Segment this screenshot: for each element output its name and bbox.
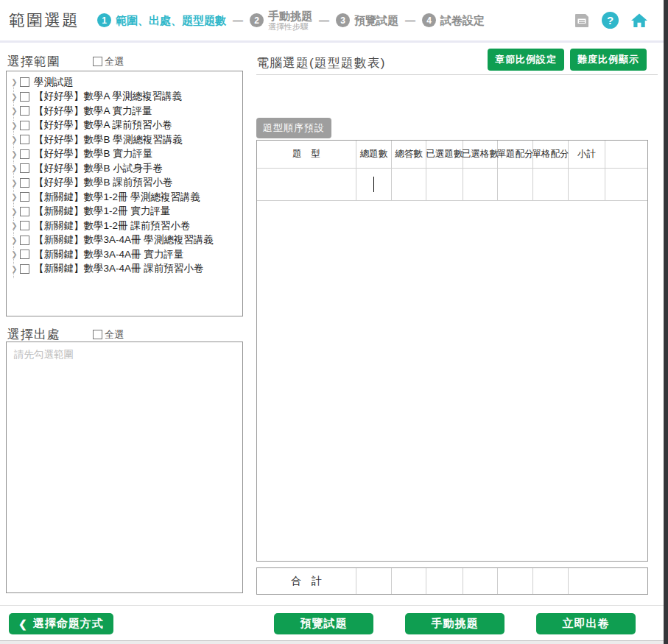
table-body-cell[interactable]	[498, 169, 533, 200]
window-edge	[664, 0, 668, 644]
back-button[interactable]: ❮ 選擇命題方式	[9, 613, 113, 634]
table-body-cell[interactable]	[426, 169, 463, 200]
tree-item-checkbox[interactable]	[20, 264, 29, 274]
tree-item-label: 【好好學】數學A 實力評量	[34, 105, 152, 118]
tree-item[interactable]: ❯【新關鍵】數學1-2冊 課前預習小卷	[7, 219, 242, 233]
expand-chevron-icon[interactable]: ❯	[10, 250, 19, 258]
expand-chevron-icon[interactable]: ❯	[10, 208, 19, 216]
tree-item[interactable]: ❯【新關鍵】數學3A-4A冊 課前預習小卷	[7, 262, 242, 277]
tree-item-checkbox[interactable]	[20, 192, 29, 202]
table-body-cell[interactable]	[463, 169, 498, 200]
back-button-label: 選擇命題方式	[33, 617, 104, 631]
tree-item[interactable]: ❯【好好學】數學B 小試身手卷	[7, 161, 242, 176]
table-body-cell[interactable]	[257, 169, 356, 200]
tree-item[interactable]: ❯【好好學】數學B 實力評量	[7, 147, 242, 162]
tree-item-checkbox[interactable]	[20, 92, 29, 102]
expand-chevron-icon[interactable]: ❯	[10, 107, 19, 115]
table-body-row	[257, 169, 647, 201]
step-label: 預覽試題	[354, 14, 398, 26]
header-icons: ?	[573, 12, 649, 29]
tree-item[interactable]: ❯學測試題	[7, 75, 242, 90]
table-body-cell[interactable]	[392, 169, 426, 200]
save-icon[interactable]	[573, 12, 591, 29]
step-1[interactable]: 1範圍、出處、題型題數	[97, 13, 226, 27]
source-select-all[interactable]: 全選	[93, 328, 124, 342]
question-type-table: 題 型總題數總答數已選題數已選格數單題配分單格配分小計	[256, 140, 648, 562]
tree-item[interactable]: ❯【好好學】數學A 學測總複習講義	[7, 90, 242, 105]
table-header-row: 題 型總題數總答數已選題數已選格數單題配分單格配分小計	[257, 141, 647, 169]
tree-item-checkbox[interactable]	[20, 135, 29, 144]
tree-item-checkbox[interactable]	[20, 163, 29, 173]
total-value-cell	[392, 568, 426, 594]
expand-chevron-icon[interactable]: ❯	[10, 135, 19, 144]
tree-item-checkbox[interactable]	[20, 207, 29, 216]
chapter-ratio-button[interactable]: 章節比例設定	[488, 49, 564, 71]
tree-item-checkbox[interactable]	[20, 149, 29, 159]
tree-item-checkbox[interactable]	[20, 121, 29, 130]
expand-chevron-icon[interactable]: ❯	[10, 236, 19, 244]
step-number-badge: 3	[336, 13, 350, 27]
home-icon[interactable]	[630, 12, 649, 29]
total-value-cell	[498, 568, 533, 594]
tree-item-checkbox[interactable]	[20, 77, 29, 87]
step-3[interactable]: 3預覽試題	[336, 13, 398, 27]
range-select-all-label: 全選	[105, 55, 124, 68]
table-body-cell[interactable]	[533, 169, 569, 200]
range-select-all-checkbox[interactable]	[93, 57, 102, 66]
table-empty-area	[257, 201, 647, 561]
expand-chevron-icon[interactable]: ❯	[10, 179, 19, 187]
expand-chevron-icon[interactable]: ❯	[10, 121, 19, 130]
expand-chevron-icon[interactable]: ❯	[10, 150, 19, 158]
step-2[interactable]: 2手動挑題選擇性步驟	[250, 10, 312, 31]
expand-chevron-icon[interactable]: ❯	[10, 93, 19, 101]
expand-chevron-icon[interactable]: ❯	[10, 222, 19, 230]
tree-item-checkbox[interactable]	[20, 178, 29, 188]
step-indicator: 1範圍、出處、題型題數—2手動挑題選擇性步驟—3預覽試題—4試卷設定	[97, 10, 485, 31]
tree-item[interactable]: ❯【新關鍵】數學1-2冊 實力評量	[7, 205, 242, 219]
preview-questions-button[interactable]: 預覽試題	[274, 613, 373, 634]
tree-item[interactable]: ❯【好好學】數學B 課前預習小卷	[7, 176, 242, 191]
source-select-all-label: 全選	[105, 328, 124, 342]
expand-chevron-icon[interactable]: ❯	[10, 193, 19, 201]
range-section-header: 選擇範圍 全選	[7, 53, 124, 70]
tree-item-checkbox[interactable]	[20, 250, 29, 259]
tree-item[interactable]: ❯【新關鍵】數學1-2冊 學測總複習講義	[7, 190, 242, 205]
tree-item-checkbox[interactable]	[20, 106, 29, 116]
tree-item[interactable]: ❯【新關鍵】數學3A-4A冊 實力評量	[7, 247, 242, 262]
tree-item-label: 【好好學】數學B 課前預習小卷	[34, 176, 172, 189]
page-title: 範圍選題	[9, 10, 80, 32]
step-dash: —	[233, 15, 243, 26]
total-value-cell	[426, 568, 463, 594]
table-body-cell[interactable]	[569, 169, 605, 200]
total-value-cell	[356, 568, 392, 594]
back-chevron-icon: ❮	[18, 618, 28, 630]
type-order-default-button[interactable]: 題型順序預設	[256, 118, 331, 138]
tree-item[interactable]: ❯【新關鍵】數學3A-4A冊 學測總複習講義	[7, 233, 242, 248]
source-title: 選擇出處	[7, 326, 60, 343]
total-value-cell	[569, 568, 647, 594]
table-body-cell[interactable]	[356, 169, 392, 200]
tree-item-checkbox[interactable]	[20, 236, 29, 245]
range-title: 選擇範圍	[7, 53, 60, 70]
step-4[interactable]: 4試卷設定	[422, 13, 485, 27]
tree-item[interactable]: ❯【好好學】數學B 學測總複習講義	[7, 132, 242, 147]
expand-chevron-icon[interactable]: ❯	[10, 265, 19, 273]
expand-chevron-icon[interactable]: ❯	[10, 164, 19, 172]
source-section-header: 選擇出處 全選	[7, 326, 124, 343]
tree-item[interactable]: ❯【好好學】數學A 課前預習小卷	[7, 118, 242, 133]
tree-item[interactable]: ❯【好好學】數學A 實力評量	[7, 104, 242, 118]
page-bottom-strip	[0, 640, 664, 644]
step-sublabel: 選擇性步驟	[268, 22, 312, 31]
expand-chevron-icon[interactable]: ❯	[10, 78, 19, 86]
top-header: 範圍選題 1範圍、出處、題型題數—2手動挑題選擇性步驟—3預覽試題—4試卷設定 …	[0, 0, 664, 43]
table-body-cell[interactable]	[605, 169, 647, 200]
source-select-all-checkbox[interactable]	[93, 330, 102, 339]
difficulty-ratio-button[interactable]: 難度比例顯示	[570, 49, 647, 71]
source-list: 請先勾選範圍	[6, 342, 243, 593]
generate-exam-button[interactable]: 立即出卷	[536, 613, 636, 634]
range-select-all[interactable]: 全選	[93, 55, 124, 68]
tree-item-checkbox[interactable]	[20, 221, 29, 230]
tree-item-label: 學測試題	[34, 76, 74, 89]
help-icon[interactable]: ?	[602, 12, 619, 29]
manual-pick-button[interactable]: 手動挑題	[405, 613, 504, 634]
